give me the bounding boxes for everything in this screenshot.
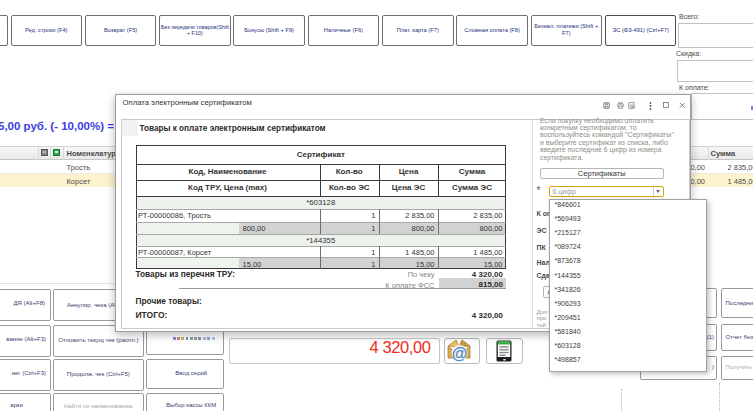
svg-text:@: @ (451, 344, 467, 361)
